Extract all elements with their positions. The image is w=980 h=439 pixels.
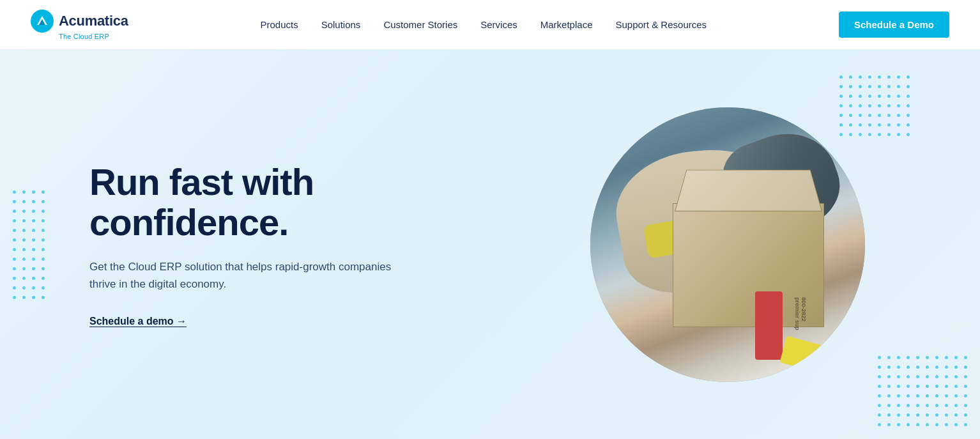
hero-section: (function(){ const el = document.querySe… <box>0 50 980 439</box>
box-shape: 800-2822premier sup <box>673 203 824 327</box>
nav-item-products[interactable]: Products <box>249 19 309 31</box>
nav-link-support-resources[interactable]: Support & Resources <box>604 14 718 35</box>
dots-decoration-right-bottom: (function(){ const el = document.querySe… <box>878 356 967 426</box>
nav-links: Products Solutions Customer Stories Serv… <box>249 19 718 31</box>
acumatica-logo-icon <box>31 10 54 33</box>
schedule-demo-button[interactable]: Schedule a Demo <box>839 12 949 38</box>
nav-link-customer-stories[interactable]: Customer Stories <box>372 14 469 35</box>
hero-subtitle: Get the Cloud ERP solution that helps ra… <box>89 258 396 293</box>
hero-image-wrapper: 800-2822premier sup <box>590 107 865 382</box>
navbar: Acumatica The Cloud ERP Products Solutio… <box>0 0 980 50</box>
nav-link-marketplace[interactable]: Marketplace <box>529 14 604 35</box>
hero-title: Run fast with confidence. <box>89 162 396 243</box>
logo-link[interactable]: Acumatica The Cloud ERP <box>31 10 128 40</box>
box-text: 800-2822premier sup <box>794 297 807 330</box>
nav-item-services[interactable]: Services <box>469 19 529 31</box>
yellow-object <box>780 335 827 373</box>
hero-cta-link[interactable]: Schedule a demo → <box>89 316 187 327</box>
nav-link-services[interactable]: Services <box>469 14 529 35</box>
nav-link-products[interactable]: Products <box>249 14 309 35</box>
nav-item-marketplace[interactable]: Marketplace <box>529 19 604 31</box>
logo-name: Acumatica <box>59 13 128 29</box>
box-flap <box>675 169 822 211</box>
nav-link-solutions[interactable]: Solutions <box>310 14 372 35</box>
hero-image-circle: 800-2822premier sup <box>590 107 865 382</box>
nav-item-solutions[interactable]: Solutions <box>310 19 372 31</box>
hero-image-inner: 800-2822premier sup <box>590 107 865 382</box>
hero-content: Run fast with confidence. Get the Cloud … <box>0 123 447 366</box>
red-object <box>755 291 783 360</box>
nav-item-customer-stories[interactable]: Customer Stories <box>372 19 469 31</box>
nav-item-support-resources[interactable]: Support & Resources <box>604 19 718 31</box>
logo-tagline: The Cloud ERP <box>59 33 109 40</box>
